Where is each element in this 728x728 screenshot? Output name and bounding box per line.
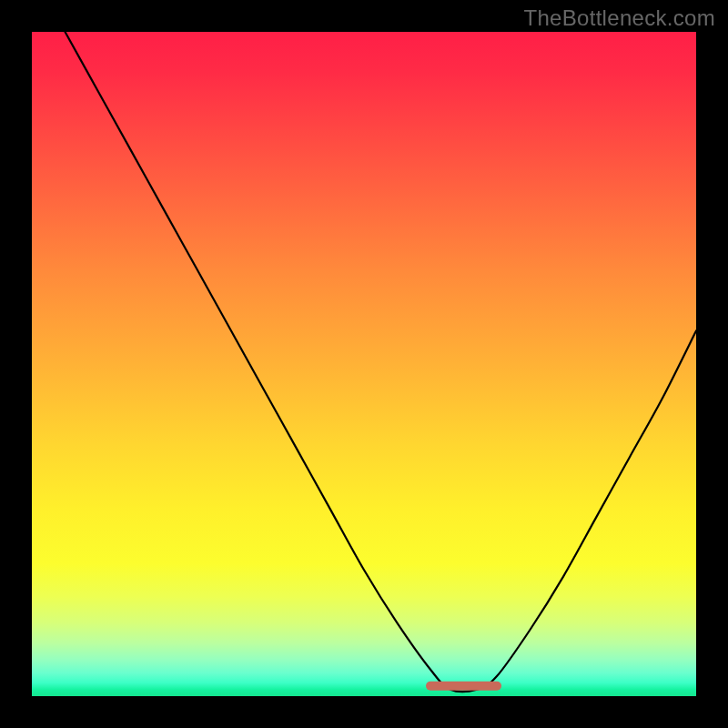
plot-area (32, 32, 696, 696)
chart-frame: TheBottleneck.com (0, 0, 728, 728)
bottleneck-curve (66, 32, 697, 692)
curve-layer (32, 32, 696, 696)
watermark-text: TheBottleneck.com (523, 5, 715, 31)
